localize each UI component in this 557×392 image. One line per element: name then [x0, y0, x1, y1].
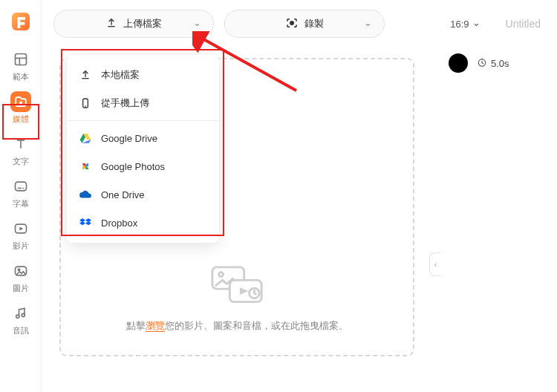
- timeline-clip[interactable]: 5.0s: [441, 53, 554, 73]
- dropdown-item-phone[interactable]: 從手機上傳: [67, 89, 219, 117]
- svg-marker-31: [85, 221, 91, 225]
- sidebar-item-video[interactable]: 影片: [4, 218, 37, 252]
- dropzone-illustration-icon: [208, 263, 266, 309]
- sidebar-label: 範本: [13, 71, 29, 82]
- panel-collapse-toggle[interactable]: ‹: [429, 252, 441, 276]
- dropdown-item-gdrive[interactable]: Google Drive: [67, 124, 219, 152]
- chevron-down-icon: [472, 19, 481, 30]
- dropdown-item-dropbox[interactable]: Dropbox: [67, 209, 219, 237]
- clip-thumbnail: [449, 53, 468, 73]
- sidebar: 範本 媒體 文字 字幕 影片 圖片 音訊: [0, 0, 42, 392]
- audio-icon: [10, 303, 31, 324]
- record-button[interactable]: 錄製: [224, 10, 385, 38]
- google-drive-icon: [79, 132, 92, 144]
- sidebar-label: 文字: [13, 156, 29, 167]
- templates-icon: [10, 49, 31, 70]
- timeline-panel: 5.0s: [441, 53, 557, 73]
- dropdown-item-local[interactable]: 本地檔案: [67, 61, 219, 89]
- chevron-down-icon: [193, 19, 201, 30]
- svg-rect-8: [15, 182, 26, 191]
- svg-marker-12: [19, 227, 23, 231]
- project-title[interactable]: Untitled: [506, 18, 541, 30]
- clip-duration: 5.0s: [477, 57, 509, 70]
- dropdown-item-onedrive[interactable]: One Drive: [67, 180, 219, 209]
- svg-point-14: [18, 269, 20, 271]
- sidebar-item-media[interactable]: 媒體: [4, 91, 37, 125]
- browse-link[interactable]: 瀏覽: [146, 320, 165, 332]
- sidebar-item-text[interactable]: 文字: [4, 134, 37, 167]
- topbar: 上傳檔案 錄製 16:9 Untitled: [42, 0, 557, 48]
- upload-button[interactable]: 上傳檔案: [53, 10, 214, 38]
- sidebar-label: 字幕: [13, 198, 29, 209]
- subtitles-icon: [10, 176, 31, 197]
- sidebar-item-templates[interactable]: 範本: [4, 49, 37, 82]
- svg-marker-30: [79, 221, 85, 225]
- record-icon: [285, 16, 299, 32]
- video-icon: [10, 218, 31, 239]
- svg-point-16: [22, 313, 25, 316]
- aspect-label: 16:9: [450, 19, 469, 30]
- svg-point-19: [219, 272, 224, 277]
- text-icon: [10, 134, 31, 154]
- sidebar-label: 媒體: [13, 114, 29, 125]
- svg-point-17: [290, 21, 294, 24]
- sidebar-label: 音訊: [13, 325, 29, 336]
- phone-icon: [79, 97, 92, 109]
- record-label: 錄製: [304, 17, 324, 30]
- app-logo: [7, 7, 35, 36]
- aspect-ratio-selector[interactable]: 16:9: [450, 19, 480, 30]
- sidebar-item-subtitles[interactable]: 字幕: [4, 176, 37, 209]
- chevron-down-icon: [364, 19, 372, 30]
- upload-icon: [105, 17, 117, 31]
- dropdown-divider: [67, 120, 219, 121]
- upload-dropdown: 本地檔案 從手機上傳 Google Drive Google Photos On…: [67, 55, 219, 243]
- upload-icon: [79, 69, 92, 81]
- dropdown-item-gphotos[interactable]: Google Photos: [67, 152, 219, 180]
- svg-rect-1: [15, 54, 26, 65]
- svg-rect-0: [12, 13, 30, 30]
- sidebar-label: 圖片: [13, 283, 29, 294]
- image-icon: [10, 261, 31, 281]
- onedrive-icon: [79, 190, 92, 199]
- clock-icon: [477, 57, 487, 70]
- dropbox-icon: [79, 217, 92, 229]
- media-icon: [10, 91, 31, 112]
- google-photos-icon: [79, 160, 92, 172]
- dropzone-text: 點擊瀏覽您的影片、圖案和音檔，或在此拖曳檔案。: [126, 319, 348, 333]
- sidebar-item-image[interactable]: 圖片: [4, 261, 37, 294]
- upload-label: 上傳檔案: [123, 17, 162, 30]
- sidebar-label: 影片: [13, 241, 29, 252]
- svg-point-15: [16, 315, 19, 318]
- sidebar-item-audio[interactable]: 音訊: [4, 303, 37, 336]
